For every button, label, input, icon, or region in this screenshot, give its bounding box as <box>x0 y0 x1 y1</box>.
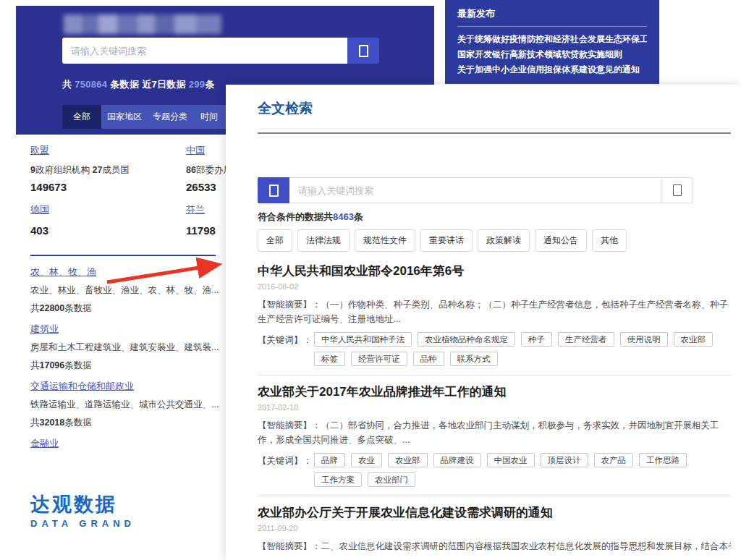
latest-item[interactable]: 关于统筹做好疫情防控和经济社会发展生态环保工作... <box>457 32 647 47</box>
sidebar-item-transport[interactable]: 交通运输和仓储和邮政业 <box>30 380 134 393</box>
search-icon <box>673 184 682 196</box>
redacted-title <box>64 14 221 34</box>
filter-laws[interactable]: 法律法规 <box>297 229 350 252</box>
main-panel: 全文检索 符合条件的数据共8463条 全部 法律法规 规范性文件 重要讲话 政策… <box>226 85 741 560</box>
sidebar-item-construction[interactable]: 建筑业 <box>30 323 59 336</box>
filter-policy-interpretation[interactable]: 政策解读 <box>478 229 530 252</box>
latest-item[interactable]: 关于加强中小企业信用担保体系建设意见的通知 <box>457 62 647 77</box>
keyword-tag[interactable]: 顶层设计 <box>541 453 588 467</box>
keyword-tag[interactable]: 农业部 <box>674 332 714 347</box>
keyword-tag[interactable]: 工作方案 <box>314 472 362 487</box>
main-search-button[interactable] <box>661 177 693 203</box>
industry-count: 共32018条数据 <box>30 417 247 429</box>
search-scope-button[interactable] <box>258 177 289 203</box>
keyword-tag[interactable]: 农业植物品种命名规定 <box>418 332 515 347</box>
keyword-tag[interactable]: 经营许可证 <box>351 352 407 366</box>
industry-desc: 铁路运输业、道路运输业、城市公共交通业、... <box>30 399 247 411</box>
tab-all[interactable]: 全部 <box>62 105 101 129</box>
main-search-bar <box>258 177 693 203</box>
sidebar-link-germany[interactable]: 德国 <box>30 203 49 216</box>
result-item: 农业部办公厅关于开展农业信息化建设需求调研的通知 2011-09-20 【智能摘… <box>258 505 731 553</box>
match-count: 8463 <box>333 211 354 222</box>
keyword-tag[interactable]: 标签 <box>314 352 345 366</box>
sidebar-link-china[interactable]: 中国 <box>186 144 205 157</box>
sidebar-link-finland[interactable]: 芬兰 <box>186 203 205 216</box>
main-search-input[interactable] <box>289 177 661 203</box>
match-count-line: 符合条件的数据共8463条 <box>258 211 731 224</box>
header-stats: 共 750864 条数据 近7日数据 299条 <box>62 78 215 91</box>
result-keywords: 【关键词】： 中华人民共和国种子法 农业植物品种命名规定 种子 生产经营者 使用… <box>258 332 731 366</box>
filter-notices[interactable]: 通知公告 <box>535 229 587 252</box>
header-search-button[interactable] <box>347 38 379 64</box>
keyword-tag[interactable]: 使用说明 <box>620 332 668 347</box>
tab-topic-category[interactable]: 专题分类 <box>148 105 192 129</box>
keywords-label: 【关键词】： <box>258 453 314 487</box>
eu-count: 149673 <box>30 180 187 194</box>
header-search-input[interactable] <box>62 38 347 64</box>
keywords-label: 【关键词】： <box>258 332 314 366</box>
page-title: 全文检索 <box>258 99 731 118</box>
keyword-tag[interactable]: 农业 <box>351 453 382 467</box>
sidebar-link-eu[interactable]: 欧盟 <box>30 144 49 157</box>
result-item: 中华人民共和国农业部令2016年第6号 2016-08-02 【智能摘要】：（一… <box>258 263 731 376</box>
box-icon <box>269 184 279 197</box>
keyword-tag[interactable]: 生产经营者 <box>558 332 614 347</box>
keyword-tag[interactable]: 农业部 <box>388 453 428 467</box>
total-count: 750864 <box>75 79 107 90</box>
keyword-tag[interactable]: 种子 <box>521 332 552 347</box>
search-icon <box>359 45 368 57</box>
result-date: 2017-02-10 <box>258 403 731 412</box>
search-results: 中华人民共和国农业部令2016年第6号 2016-08-02 【智能摘要】：（一… <box>258 263 731 553</box>
sidebar-region-column-left: 欧盟 9政府组织机构 27成员国 149673 德国 403 <box>30 143 187 246</box>
result-divider <box>258 375 731 376</box>
result-divider <box>258 496 731 496</box>
keyword-tag[interactable]: 农业部门 <box>368 472 415 487</box>
filter-normative-docs[interactable]: 规范性文件 <box>355 229 415 252</box>
title-divider <box>258 132 731 134</box>
keyword-tag[interactable]: 工作思路 <box>639 453 687 467</box>
eu-desc: 9政府组织机构 27成员国 <box>30 164 187 177</box>
keyword-tag[interactable]: 中华人民共和国种子法 <box>314 332 412 347</box>
result-date: 2016-08-02 <box>258 282 731 291</box>
filter-all[interactable]: 全部 <box>258 229 292 252</box>
result-item: 农业部关于2017年农业品牌推进年工作的通知 2017-02-10 【智能摘要】… <box>258 384 731 496</box>
keyword-tags: 中华人民共和国种子法 农业植物品种命名规定 种子 生产经营者 使用说明 农业部 … <box>314 332 731 366</box>
latest-item[interactable]: 国家开发银行高新技术领域软贷款实施细则 <box>457 47 647 62</box>
datagrand-logo: 达观数据 DATA GRAND <box>30 493 135 529</box>
result-title[interactable]: 农业部办公厅关于开展农业信息化建设需求调研的通知 <box>258 505 731 520</box>
germany-count: 403 <box>30 224 187 237</box>
result-title[interactable]: 中华人民共和国农业部令2016年第6号 <box>258 263 731 279</box>
sidebar-item-agriculture[interactable]: 农、林、牧、渔 <box>30 266 96 279</box>
divider <box>457 26 647 27</box>
result-summary: 【智能摘要】：（二）部省协同，合力推进，各地农业部门主动谋划，积极参与，务求实效… <box>258 418 735 447</box>
keyword-tag[interactable]: 中国农业 <box>487 453 535 467</box>
sidebar-item-finance[interactable]: 金融业 <box>30 437 59 450</box>
result-keywords: 【关键词】： 品牌 农业 农业部 品牌建设 中国农业 顶层设计 农产品 工作思路… <box>258 453 731 487</box>
industry-count: 共17096条数据 <box>30 360 247 372</box>
result-summary: 【智能摘要】：（一）作物种类、种子类别、品种名称；（二）种子生产经营者信息，包括… <box>258 297 735 326</box>
header-tab-strip: 全部 国家地区 专题分类 时间 <box>62 105 226 129</box>
result-date: 2011-09-20 <box>258 524 731 533</box>
logo-cn-text: 达观数据 <box>30 493 135 515</box>
logo-en-text: DATA GRAND <box>30 518 135 529</box>
header-search-bar <box>62 38 379 64</box>
filter-speeches[interactable]: 重要讲话 <box>420 229 473 252</box>
recent-count: 299 <box>189 79 206 90</box>
sidebar-industries: 农、林、牧、渔 农业、林业、畜牧业、渔业、农、林、牧、渔... 共22800条数… <box>30 265 247 450</box>
industry-count: 共22800条数据 <box>30 302 247 315</box>
result-summary: 【智能摘要】：二、农业信息化建设需求调研的范围内容根据我国农业农村信息化发展的指… <box>258 539 731 553</box>
keyword-tag[interactable]: 品牌 <box>314 453 345 467</box>
keyword-tag[interactable]: 品种 <box>413 352 444 366</box>
red-arrow-annotation <box>103 256 232 287</box>
keyword-tag[interactable]: 品牌建设 <box>433 453 481 467</box>
filter-other[interactable]: 其他 <box>592 229 627 252</box>
industry-desc: 房屋和土木工程建筑业、建筑安装业、建筑装... <box>30 341 247 354</box>
tab-country-region[interactable]: 国家地区 <box>101 105 148 129</box>
category-filter-bar: 全部 法律法规 规范性文件 重要讲话 政策解读 通知公告 其他 <box>258 229 731 252</box>
keyword-tag[interactable]: 农产品 <box>594 453 634 467</box>
keyword-tag[interactable]: 联系方式 <box>450 352 498 366</box>
latest-release-title: 最新发布 <box>457 7 647 20</box>
result-title[interactable]: 农业部关于2017年农业品牌推进年工作的通知 <box>258 384 731 399</box>
tab-time[interactable]: 时间 <box>192 105 226 129</box>
keyword-tags: 品牌 农业 农业部 品牌建设 中国农业 顶层设计 农产品 工作思路 工作方案 农… <box>314 453 731 487</box>
